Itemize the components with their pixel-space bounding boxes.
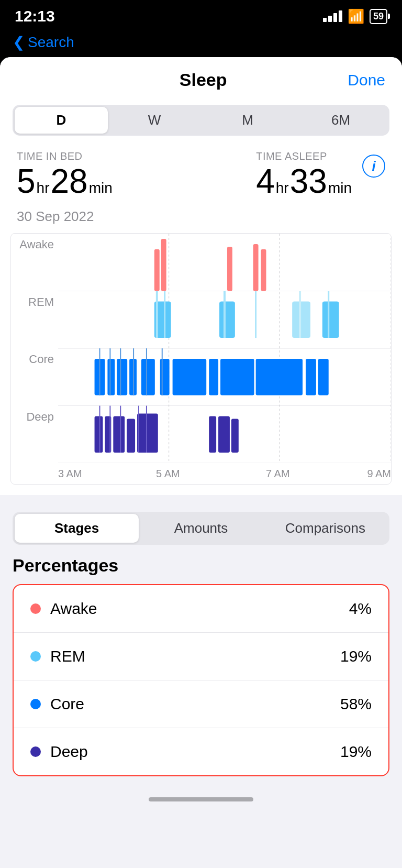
svg-rect-10 (253, 244, 259, 291)
svg-rect-32 (306, 359, 316, 395)
svg-rect-13 (219, 301, 235, 338)
main-content: Sleep Done D W M 6M TIME IN BED 5 hr 28 … (0, 57, 402, 868)
segment-tabs-container: Stages Amounts Comparisons (0, 503, 402, 553)
chart-labels: Awake REM Core Deep (11, 234, 58, 463)
rem-dot (30, 651, 41, 662)
rem-name: REM (50, 647, 85, 665)
time-asleep-value: 4 hr 33 min (256, 164, 352, 198)
core-dot (30, 699, 41, 709)
svg-rect-46 (218, 416, 230, 453)
svg-rect-28 (173, 359, 207, 395)
awake-stage-info: Awake (30, 600, 97, 618)
svg-rect-40 (95, 416, 103, 453)
time-asleep-minutes: 33 (290, 164, 327, 198)
tab-stages[interactable]: Stages (15, 514, 139, 543)
deep-dot (30, 746, 41, 757)
period-tab-m[interactable]: M (201, 107, 294, 134)
status-bar: 12:13 📶 59 (0, 0, 402, 29)
time-asleep-hours: 4 (256, 164, 275, 198)
back-label: Search (28, 34, 74, 51)
status-icons: 📶 59 (323, 8, 387, 25)
period-tabs-container: D W M 6M (0, 98, 402, 146)
time-in-bed-hr-unit: hr (37, 180, 50, 196)
percentages-card: Awake 4% REM 19% Core 58% (13, 584, 389, 776)
home-bar (149, 797, 253, 801)
time-in-bed-value: 5 hr 28 min (17, 164, 235, 198)
core-label: Core (11, 348, 58, 406)
time-in-bed-min-unit: min (89, 180, 113, 196)
deep-row: Deep 19% (14, 728, 388, 775)
awake-row: Awake 4% (14, 585, 388, 633)
page-header: Sleep Done (0, 57, 402, 98)
svg-rect-15 (322, 301, 339, 338)
tab-amounts[interactable]: Amounts (139, 514, 263, 543)
percentages-title: Percentages (13, 555, 389, 576)
svg-rect-26 (141, 359, 155, 395)
time-axis: 3 AM 5 AM 7 AM 9 AM (58, 463, 391, 484)
svg-rect-23 (107, 359, 115, 395)
svg-rect-43 (127, 419, 135, 453)
time-in-bed-group: TIME IN BED 5 hr 28 min (17, 150, 235, 198)
rem-label: REM (11, 291, 58, 349)
svg-rect-11 (261, 249, 266, 291)
svg-rect-29 (209, 359, 218, 395)
period-tab-w[interactable]: W (108, 107, 201, 134)
info-button[interactable]: i (362, 155, 385, 178)
svg-rect-7 (154, 249, 160, 291)
stats-row: TIME IN BED 5 hr 28 min TIME ASLEEP 4 hr… (17, 150, 385, 198)
home-indicator (0, 789, 402, 810)
svg-rect-31 (256, 359, 303, 395)
rem-stage-info: REM (30, 647, 85, 665)
period-tabs: D W M 6M (13, 105, 389, 136)
core-name: Core (50, 695, 84, 713)
sleep-chart-svg (58, 234, 391, 463)
deep-label: Deep (11, 406, 58, 464)
time-asleep-min-unit: min (328, 180, 352, 196)
done-button[interactable]: Done (348, 71, 385, 89)
stats-section: TIME IN BED 5 hr 28 min TIME ASLEEP 4 hr… (0, 146, 402, 206)
date-label: 30 Sep 2022 (0, 206, 402, 233)
time-7am: 7 AM (266, 468, 290, 480)
time-asleep-group: TIME ASLEEP 4 hr 33 min (256, 150, 352, 198)
period-tab-d[interactable]: D (15, 107, 108, 134)
time-display: 12:13 (15, 7, 55, 25)
svg-rect-24 (117, 359, 127, 395)
svg-rect-47 (231, 419, 239, 453)
awake-dot (30, 603, 41, 614)
awake-pct: 4% (349, 600, 372, 618)
svg-rect-9 (227, 247, 232, 291)
time-in-bed-hours: 5 (17, 164, 36, 198)
percentages-section: Percentages Awake 4% REM 19% Core (0, 553, 402, 789)
rem-row: REM 19% (14, 633, 388, 680)
svg-rect-45 (209, 416, 216, 453)
deep-name: Deep (50, 743, 88, 761)
svg-rect-42 (113, 416, 125, 453)
awake-label: Awake (11, 234, 58, 291)
core-row: Core 58% (14, 680, 388, 728)
time-in-bed-minutes: 28 (51, 164, 88, 198)
svg-rect-33 (318, 359, 329, 395)
core-pct: 58% (340, 695, 372, 713)
deep-pct: 19% (340, 743, 372, 761)
segment-tabs: Stages Amounts Comparisons (13, 512, 389, 545)
nav-bar: ❮ Search (0, 29, 402, 57)
time-5am: 5 AM (156, 468, 180, 480)
period-tab-6m[interactable]: 6M (294, 107, 387, 134)
tab-comparisons[interactable]: Comparisons (263, 514, 387, 543)
sleep-chart: Awake REM Core Deep (10, 233, 392, 485)
svg-rect-8 (161, 239, 166, 291)
svg-rect-27 (160, 359, 170, 395)
time-asleep-hr-unit: hr (276, 180, 289, 196)
core-stage-info: Core (30, 695, 84, 713)
wifi-icon: 📶 (348, 8, 364, 25)
time-3am: 3 AM (58, 468, 82, 480)
time-asleep-label: TIME ASLEEP (256, 150, 352, 162)
back-button[interactable]: ❮ Search (13, 34, 74, 51)
time-9am: 9 AM (367, 468, 391, 480)
svg-rect-44 (137, 413, 158, 453)
page-title: Sleep (180, 70, 227, 90)
battery-indicator: 59 (370, 9, 387, 24)
deep-stage-info: Deep (30, 743, 88, 761)
svg-rect-14 (292, 301, 310, 338)
svg-rect-30 (220, 359, 254, 395)
